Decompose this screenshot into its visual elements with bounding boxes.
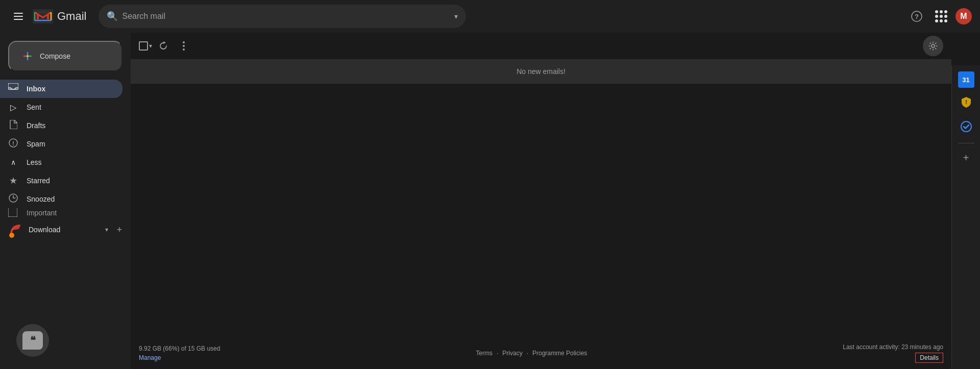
- starred-label: Starred: [27, 177, 50, 185]
- spam-label: Spam: [27, 140, 45, 148]
- account-button[interactable]: M: [955, 8, 972, 24]
- email-list-empty: [131, 84, 951, 337]
- plus-icon: +: [117, 225, 122, 235]
- hidden-label: Important: [27, 209, 57, 217]
- details-button[interactable]: Details: [915, 353, 943, 363]
- add-app-button[interactable]: +: [958, 150, 974, 166]
- search-icon: 🔍: [107, 11, 118, 22]
- grid-icon: [935, 10, 947, 22]
- help-button[interactable]: ?: [906, 6, 927, 27]
- compose-label: Compose: [40, 52, 70, 60]
- compose-plus-icon: [21, 50, 34, 62]
- more-icon: [183, 41, 185, 51]
- download-label: Download: [29, 226, 105, 234]
- chat-icon-section: ❝: [0, 312, 131, 369]
- select-checkbox-area[interactable]: ▾: [139, 41, 152, 51]
- gmail-logo: Gmail: [33, 9, 86, 23]
- manage-link[interactable]: Manage: [139, 354, 220, 361]
- download-section[interactable]: Download ▾ +: [0, 219, 131, 240]
- search-input[interactable]: [122, 12, 450, 21]
- hidden-item: Important: [0, 208, 122, 217]
- right-sidebar-divider: [958, 143, 974, 143]
- svg-point-17: [183, 45, 185, 47]
- content-area: ▾: [131, 33, 951, 369]
- sidebar-item-starred[interactable]: ★ Starred: [0, 171, 122, 190]
- drafts-label: Drafts: [27, 121, 45, 130]
- sidebar-item-snoozed[interactable]: Snoozed: [0, 190, 122, 208]
- terms-link[interactable]: Terms: [476, 350, 493, 357]
- activity-section: Last account activity: 23 minutes ago De…: [843, 343, 943, 363]
- sidebar-item-sent[interactable]: ▷ Sent: [0, 98, 122, 116]
- right-sidebar: 31 ! +: [951, 65, 980, 369]
- apps-button[interactable]: [931, 6, 951, 27]
- add-label-button[interactable]: +: [112, 223, 127, 237]
- topbar-right: ? M: [906, 6, 972, 27]
- privacy-link[interactable]: Privacy: [502, 350, 522, 357]
- download-dropdown-icon[interactable]: ▾: [105, 226, 108, 233]
- snoozed-label: Snoozed: [27, 195, 55, 203]
- storage-text: 9.92 GB (66%) of 15 GB used: [139, 345, 220, 352]
- app-name: Gmail: [57, 10, 86, 23]
- sidebar-item-inbox[interactable]: Inbox: [0, 80, 122, 98]
- svg-rect-1: [14, 16, 23, 17]
- email-toolbar: ▾: [131, 33, 951, 59]
- boomerang-dot: [9, 233, 14, 238]
- search-dropdown-icon[interactable]: ▾: [454, 12, 458, 20]
- more-options-button[interactable]: [175, 37, 193, 55]
- separator-1: ·: [497, 350, 498, 357]
- separator-2: ·: [527, 350, 528, 357]
- topbar: Gmail 🔍 ▾ ? M: [0, 0, 980, 33]
- spam-icon: !: [8, 138, 18, 150]
- calendar-date: 31: [962, 76, 969, 84]
- less-label: Less: [27, 158, 42, 166]
- select-dropdown-chevron[interactable]: ▾: [149, 42, 152, 50]
- tasks-button[interactable]: [956, 116, 976, 137]
- svg-point-21: [961, 121, 971, 132]
- svg-text:!: !: [12, 140, 14, 146]
- svg-text:?: ?: [915, 13, 919, 20]
- footer: 9.92 GB (66%) of 15 GB used Manage Terms…: [131, 337, 951, 369]
- sidebar-item-spam[interactable]: ! Spam: [0, 135, 122, 153]
- svg-text:!: !: [965, 99, 967, 105]
- activity-text: Last account activity: 23 minutes ago: [843, 343, 943, 351]
- tasks-icon: [961, 121, 972, 132]
- drafts-icon: [8, 120, 18, 132]
- add-icon: +: [963, 152, 969, 164]
- shield-button[interactable]: !: [956, 92, 976, 112]
- svg-point-18: [183, 48, 185, 51]
- inbox-label: Inbox: [27, 85, 45, 93]
- no-emails-banner: No new emails!: [131, 59, 951, 84]
- calendar-button[interactable]: 31: [958, 71, 974, 88]
- footer-links: Terms · Privacy · Programme Policies: [220, 350, 843, 357]
- main-layout: Compose Inbox ▷ Sent: [0, 33, 980, 369]
- boomerang-icon: [8, 223, 22, 237]
- svg-rect-0: [14, 13, 23, 14]
- sidebar: Compose Inbox ▷ Sent: [0, 33, 131, 369]
- svg-point-10: [27, 55, 29, 57]
- compose-button[interactable]: Compose: [8, 41, 122, 71]
- account-initial: M: [960, 12, 967, 21]
- gmail-m-icon: [33, 9, 53, 23]
- less-icon: ∧: [8, 158, 18, 166]
- sidebar-item-drafts[interactable]: Drafts: [0, 116, 122, 135]
- snoozed-icon: [8, 193, 18, 205]
- shield-icon: !: [961, 96, 972, 108]
- sidebar-item-less[interactable]: ∧ Less: [0, 153, 122, 171]
- svg-rect-11: [8, 83, 18, 89]
- chat-icon[interactable]: ❝: [16, 324, 49, 357]
- settings-icon: [928, 41, 938, 51]
- no-emails-text: No new emails!: [517, 67, 566, 76]
- programme-policies-link[interactable]: Programme Policies: [532, 350, 587, 357]
- search-bar[interactable]: 🔍 ▾: [99, 5, 466, 28]
- menu-button[interactable]: [8, 6, 29, 27]
- refresh-icon: [159, 41, 168, 51]
- sent-label: Sent: [27, 103, 41, 111]
- starred-icon: ★: [8, 175, 18, 186]
- svg-rect-15: [8, 208, 17, 217]
- refresh-button[interactable]: [154, 37, 173, 55]
- svg-rect-2: [14, 19, 23, 20]
- quote-marks: ❝: [30, 334, 36, 347]
- settings-button[interactable]: [923, 36, 943, 56]
- select-all-checkbox[interactable]: [139, 41, 148, 51]
- sent-icon: ▷: [8, 103, 18, 112]
